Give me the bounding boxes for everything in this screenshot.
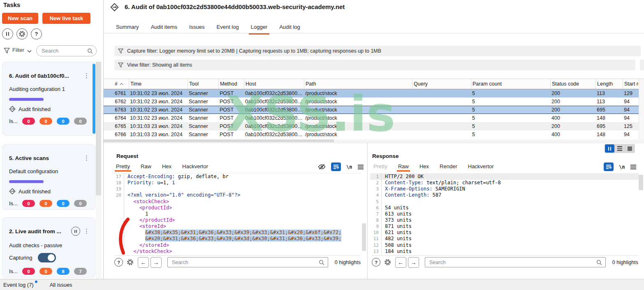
- word-wrap-button[interactable]: [604, 162, 614, 171]
- tab-raw[interactable]: Raw: [141, 163, 151, 172]
- horizontal-layout-button[interactable]: [615, 144, 625, 153]
- filter-label[interactable]: Filter: [12, 47, 24, 53]
- help-icon[interactable]: ?: [31, 28, 42, 39]
- column-header-method[interactable]: Method: [218, 79, 244, 89]
- tab-raw[interactable]: Raw: [398, 163, 409, 172]
- show-newlines-button[interactable]: \n: [619, 164, 625, 170]
- response-panel-title: Response: [372, 153, 399, 159]
- logger-table-row[interactable]: 676410:31:02 23 июл. 2024ScannerPOST0ab1…: [104, 114, 644, 122]
- view-filter-bar[interactable]: View filter: Showing all items: [114, 60, 635, 70]
- prev-match-button[interactable]: ←: [395, 257, 406, 268]
- prev-match-button[interactable]: ←: [138, 257, 149, 268]
- filter-funnel-icon[interactable]: [4, 48, 10, 54]
- filter-bar-stub[interactable]: [640, 60, 644, 70]
- request-scrollbar-thumb[interactable]: [362, 223, 366, 251]
- kebab-menu-icon[interactable]: ⋮: [83, 227, 88, 235]
- request-editor-toolbar: \n: [318, 162, 364, 171]
- tab-pretty[interactable]: Pretty: [373, 163, 387, 172]
- search-settings-button[interactable]: [126, 258, 134, 266]
- search-settings-button[interactable]: [384, 258, 391, 266]
- tab-pretty[interactable]: Pretty: [116, 163, 130, 172]
- kebab-menu-icon[interactable]: ⋮: [83, 72, 88, 79]
- panel-divider-vertical[interactable]: [367, 143, 368, 279]
- logger-table-row[interactable]: 676310:31:02 23 июл. 2024ScannerPOST0ab1…: [104, 106, 644, 114]
- task-card-audit-6[interactable]: 6. Audit of 0ab100cf0... ⋮ Auditing conf…: [2, 62, 95, 136]
- code-line: &#x38;&#x35;&#x31;&#x36;&#x33;&#x39;&#x3…: [113, 230, 362, 236]
- highlights-count: 0 highlights: [335, 260, 361, 265]
- column-header-index[interactable]: #: [114, 79, 129, 89]
- progress-bar: [9, 180, 44, 183]
- tab-render[interactable]: Render: [440, 163, 457, 172]
- tasks-settings-button[interactable]: [16, 28, 28, 39]
- all-issues-button[interactable]: All issues: [50, 282, 72, 288]
- tab-event-log[interactable]: Event log: [216, 23, 239, 33]
- line-number: [113, 242, 124, 248]
- column-header-time[interactable]: Time: [129, 79, 188, 89]
- single-layout-button[interactable]: [625, 144, 635, 153]
- show-newlines-button[interactable]: \n: [346, 164, 352, 170]
- line-number: 1: [370, 174, 382, 180]
- sidebar-scrollbar-thumb[interactable]: [96, 62, 101, 195]
- logger-table-row[interactable]: 676210:31:02 23 июл. 2024ScannerPOST0ab1…: [104, 97, 644, 106]
- column-header-param-count[interactable]: Param count: [471, 79, 550, 89]
- tab-summary[interactable]: Summary: [116, 23, 139, 33]
- task-card-live-audit[interactable]: 2. Live audit from ... ⋮ Audit checks - …: [2, 217, 95, 278]
- new-live-task-button[interactable]: New live task: [42, 13, 90, 24]
- pause-task-button[interactable]: [71, 227, 80, 236]
- pause-all-tasks-button[interactable]: [2, 28, 13, 39]
- capture-filter-bar[interactable]: Capture filter: Logger memory limit set …: [114, 46, 641, 56]
- response-editor[interactable]: 1HTTP/2 200 OK2Content-Type: text/plain;…: [370, 173, 639, 255]
- table-cell: 113: [595, 90, 623, 96]
- kebab-menu-icon[interactable]: ⋮: [83, 154, 88, 162]
- request-editor[interactable]: 17Accept-Encoding: gzip, deflate, br18Pr…: [113, 173, 362, 255]
- help-icon[interactable]: ?: [372, 258, 380, 267]
- pause-capture-button[interactable]: [605, 144, 614, 153]
- pause-icon: [6, 32, 7, 36]
- table-cell: /product/stock: [304, 132, 412, 137]
- tab-hex[interactable]: Hex: [419, 163, 429, 172]
- line-number: 6: [370, 205, 382, 211]
- tab-audit-items[interactable]: Audit items: [151, 23, 178, 33]
- line-number: 3: [370, 186, 382, 192]
- logger-table-row[interactable]: 676510:31:03 23 июл. 2024ScannerPOST0ab1…: [104, 122, 644, 130]
- code-text: Accept-Encoding: gzip, deflate, br: [124, 174, 229, 180]
- request-search-input[interactable]: [171, 259, 319, 266]
- code-text: 871 units: [382, 223, 412, 230]
- new-scan-button[interactable]: New scan: [2, 13, 38, 24]
- chevron-down-icon[interactable]: [27, 50, 32, 53]
- tab-hex[interactable]: Hex: [162, 163, 171, 172]
- response-search-input[interactable]: [429, 259, 596, 266]
- response-scrollbar-thumb[interactable]: [639, 175, 643, 190]
- table-horizontal-scrollbar-thumb[interactable]: [104, 139, 334, 142]
- help-icon[interactable]: ?: [114, 258, 123, 267]
- hide-eye-icon[interactable]: [318, 164, 326, 170]
- column-header-path[interactable]: Path: [304, 79, 412, 89]
- tab-issues[interactable]: Issues: [189, 23, 205, 33]
- tab-audit-log[interactable]: Audit log: [279, 23, 301, 33]
- logger-table-row[interactable]: 676110:31:02 23 июл. 2024ScannerPOST0ab1…: [104, 89, 644, 97]
- task-card-active-scans[interactable]: 5. Active scans ⋮ Default configuration …: [2, 144, 95, 210]
- tab-hackvertor[interactable]: Hackvertor: [182, 163, 208, 172]
- event-log-button[interactable]: Event log (7): [3, 282, 37, 288]
- tab-hackvertor[interactable]: Hackvertor: [468, 163, 494, 172]
- request-search: [167, 257, 328, 267]
- capturing-toggle[interactable]: [38, 253, 56, 262]
- column-header-status-code[interactable]: Status code: [550, 79, 595, 89]
- column-header-tool[interactable]: Tool: [188, 79, 218, 89]
- square-layout-icon: [628, 146, 632, 151]
- tab-logger[interactable]: Logger: [250, 23, 268, 33]
- task-card-subtitle: Default configuration: [9, 168, 88, 174]
- column-header-length[interactable]: Length: [595, 79, 623, 89]
- tasks-search-input[interactable]: [41, 47, 87, 54]
- code-text: 373 units: [382, 217, 412, 223]
- next-match-button[interactable]: →: [408, 257, 419, 268]
- column-header-query[interactable]: Query: [412, 79, 471, 89]
- next-match-button[interactable]: →: [151, 257, 162, 268]
- hamburger-menu-icon[interactable]: [357, 165, 364, 169]
- table-vertical-scrollbar-track[interactable]: [639, 79, 644, 139]
- logger-table-row[interactable]: 676610:31:03 23 июл. 2024ScannerPOST0ab1…: [104, 130, 644, 139]
- hamburger-menu-icon[interactable]: [630, 165, 637, 169]
- table-cell: POST: [218, 107, 244, 113]
- column-header-host[interactable]: Host: [244, 79, 304, 89]
- word-wrap-button[interactable]: [331, 162, 341, 171]
